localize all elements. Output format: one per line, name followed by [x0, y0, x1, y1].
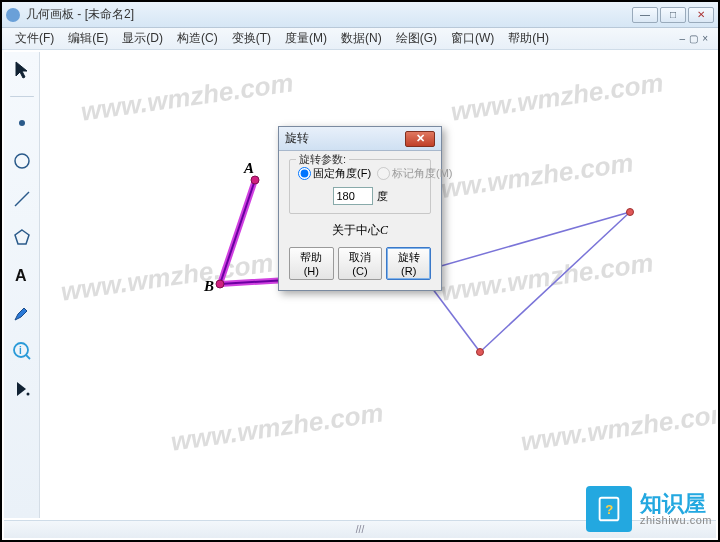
mdi-restore-icon[interactable]: ▢	[689, 33, 698, 44]
line-tool[interactable]	[8, 185, 36, 213]
point-label-a: A	[244, 160, 254, 177]
close-button[interactable]: ✕	[688, 7, 714, 23]
dialog-close-button[interactable]: ✕	[405, 131, 435, 147]
window-title: 几何画板 - [未命名2]	[26, 6, 134, 23]
rotate-button[interactable]: 旋转(R)	[386, 247, 431, 280]
svg-point-1	[15, 154, 29, 168]
toolbar-separator	[10, 96, 34, 97]
polygon-tool[interactable]	[8, 223, 36, 251]
point-tool[interactable]	[8, 109, 36, 137]
dialog-title: 旋转	[285, 130, 309, 147]
menu-display[interactable]: 显示(D)	[115, 30, 170, 47]
menu-window[interactable]: 窗口(W)	[444, 30, 501, 47]
svg-text:i: i	[19, 345, 22, 356]
marker-tool[interactable]	[8, 299, 36, 327]
brand-badge: ? 知识屋 zhishiwu.com	[586, 486, 712, 532]
mdi-minimize-icon[interactable]: –	[680, 33, 686, 44]
circle-tool[interactable]	[8, 147, 36, 175]
menu-transform[interactable]: 变换(T)	[225, 30, 278, 47]
statusbar-grip-icon: ///	[356, 524, 364, 535]
svg-line-2	[15, 192, 29, 206]
menubar: 文件(F) 编辑(E) 显示(D) 构造(C) 变换(T) 度量(M) 数据(N…	[2, 28, 718, 50]
menu-measure[interactable]: 度量(M)	[278, 30, 334, 47]
info-tool[interactable]: i	[8, 337, 36, 365]
menu-file[interactable]: 文件(F)	[8, 30, 61, 47]
svg-point-15	[251, 176, 259, 184]
titlebar: 几何画板 - [未命名2] — □ ✕	[2, 2, 718, 28]
dialog-titlebar[interactable]: 旋转 ✕	[279, 127, 441, 151]
svg-text:A: A	[15, 267, 27, 284]
toolbar: A i	[4, 52, 40, 518]
radio-fixed-input[interactable]	[298, 167, 311, 180]
arrow-tool[interactable]	[8, 56, 36, 84]
svg-point-18	[477, 349, 484, 356]
help-button[interactable]: 帮助(H)	[289, 247, 334, 280]
cancel-button[interactable]: 取消(C)	[338, 247, 383, 280]
menu-edit[interactable]: 编辑(E)	[61, 30, 115, 47]
degree-unit-label: 度	[377, 189, 388, 204]
app-icon	[6, 8, 20, 22]
svg-point-17	[627, 209, 634, 216]
menu-construct[interactable]: 构造(C)	[170, 30, 225, 47]
center-label: 关于中心C	[289, 222, 431, 239]
svg-point-7	[26, 393, 29, 396]
menu-graph[interactable]: 绘图(G)	[389, 30, 444, 47]
svg-marker-3	[15, 230, 29, 244]
brand-domain: zhishiwu.com	[640, 515, 712, 527]
svg-point-16	[216, 280, 224, 288]
brand-name: 知识屋	[640, 492, 712, 515]
rotate-dialog: 旋转 ✕ 旋转参数: 固定角度(F) 标记角度(M) 度 关于中心C	[278, 126, 442, 291]
point-label-b: B	[204, 278, 214, 295]
svg-point-0	[19, 120, 25, 126]
maximize-button[interactable]: □	[660, 7, 686, 23]
svg-line-9	[220, 180, 255, 284]
text-tool[interactable]: A	[8, 261, 36, 289]
radio-marked-input	[377, 167, 390, 180]
mdi-close-icon[interactable]: ×	[702, 33, 708, 44]
brand-logo-icon: ?	[586, 486, 632, 532]
minimize-button[interactable]: —	[632, 7, 658, 23]
menu-data[interactable]: 数据(N)	[334, 30, 389, 47]
group-label: 旋转参数:	[296, 152, 349, 167]
radio-marked-angle: 标记角度(M)	[377, 166, 453, 181]
menu-help[interactable]: 帮助(H)	[501, 30, 556, 47]
custom-tool[interactable]	[8, 375, 36, 403]
angle-input[interactable]	[333, 187, 373, 205]
svg-text:?: ?	[605, 502, 613, 517]
radio-fixed-angle[interactable]: 固定角度(F)	[298, 166, 371, 181]
